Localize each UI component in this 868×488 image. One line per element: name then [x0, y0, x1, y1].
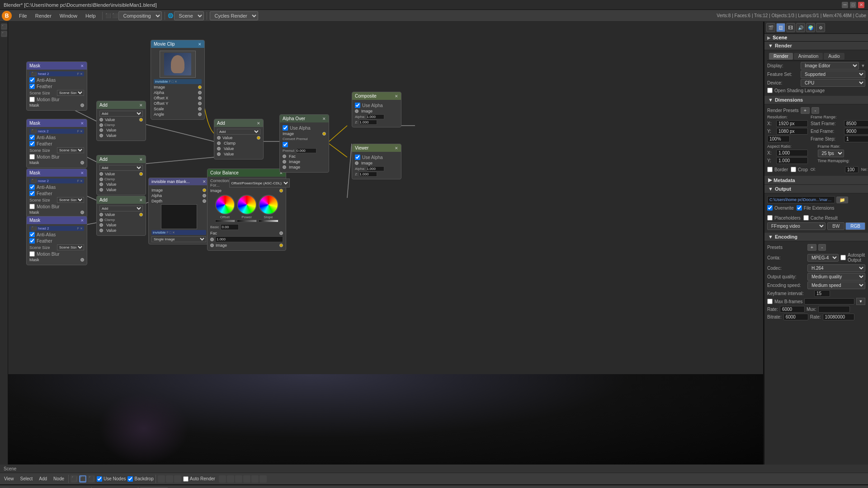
- neck-mask-node[interactable]: Mask ✕ ⬛ neck 2 F ✕ Anti-Alias Feather S…: [26, 119, 87, 168]
- scene-size-select-head1[interactable]: Scene Size: [57, 244, 84, 250]
- anim-icon-btn[interactable]: 🎞: [786, 23, 795, 32]
- output-section-header[interactable]: ▼ Output: [764, 185, 868, 193]
- display-select[interactable]: Image Editor: [801, 62, 859, 70]
- remove-preset-enc-btn[interactable]: -: [818, 244, 826, 251]
- minimize-button[interactable]: ─: [842, 2, 848, 8]
- add-menu[interactable]: Add: [37, 476, 49, 482]
- add-type-select-2[interactable]: Add: [99, 165, 143, 171]
- res-y-input[interactable]: [776, 128, 808, 135]
- tab-render[interactable]: Render: [769, 53, 793, 60]
- basic-value[interactable]: [221, 224, 239, 230]
- particles-icon-btn[interactable]: ⚙: [816, 23, 825, 32]
- add-type-select-1[interactable]: Add: [99, 111, 143, 117]
- res-x-input[interactable]: [776, 120, 808, 127]
- format-select[interactable]: FFmpeg video: [767, 222, 826, 230]
- aspect-y-input[interactable]: [776, 157, 808, 164]
- quality-select[interactable]: Medium quality: [807, 273, 865, 281]
- viewer-node[interactable]: Viewer ✕ Use Alpha Image Alpha: Z:: [352, 144, 401, 179]
- aspect-x-input[interactable]: [776, 150, 808, 156]
- use-nodes-check[interactable]: Use Nodes: [97, 476, 126, 482]
- node-editor[interactable]: Movie Clip ✕ invisible F □ ✕ Image Alpha…: [8, 22, 764, 465]
- node-icon-1[interactable]: ⬛: [71, 475, 78, 483]
- mux-input[interactable]: [818, 306, 850, 313]
- view-icon[interactable]: [174, 475, 181, 483]
- codec-select[interactable]: H.264: [807, 264, 865, 272]
- fps-select[interactable]: 25 fps: [818, 150, 844, 157]
- fit-btn-icon[interactable]: [251, 475, 259, 483]
- scene-size-select-head2[interactable]: Scene Size: [57, 90, 84, 96]
- camera-btn-icon[interactable]: [227, 475, 234, 483]
- grid-icon[interactable]: [166, 475, 173, 483]
- audio-icon-btn[interactable]: 🔊: [796, 23, 805, 32]
- old-input[interactable]: [845, 166, 859, 173]
- tab-audio[interactable]: Audio: [824, 53, 844, 60]
- render-btn-icon[interactable]: [219, 475, 226, 483]
- node-close-icon[interactable]: ✕: [198, 42, 202, 47]
- node-icon-3[interactable]: ⬛: [88, 475, 95, 483]
- backdrop-check[interactable]: Backdrop: [127, 476, 153, 482]
- frame-step-input[interactable]: [844, 136, 868, 142]
- menu-help[interactable]: Help: [82, 12, 99, 19]
- add-preset-btn[interactable]: +: [801, 107, 810, 114]
- container-select[interactable]: MPEG-4: [807, 254, 839, 262]
- dimensions-section-header[interactable]: ▼ Dimensions: [764, 96, 868, 104]
- full-btn-icon[interactable]: [259, 475, 267, 483]
- fac-value[interactable]: [215, 236, 283, 242]
- image-type-select[interactable]: Single Image: [151, 236, 206, 242]
- color-balance-node[interactable]: Color Balance ✕ Correction For... Offset…: [207, 169, 286, 251]
- device-select[interactable]: CPU: [801, 79, 865, 87]
- keyframe-input[interactable]: [814, 290, 830, 297]
- res-pct-input[interactable]: [767, 136, 790, 142]
- close-button[interactable]: ✕: [858, 2, 864, 8]
- bitrate-input[interactable]: [783, 314, 808, 320]
- zoom-btn-icon[interactable]: [235, 475, 242, 483]
- remove-preset-btn[interactable]: -: [811, 107, 819, 114]
- node-icon-2[interactable]: ⬛: [79, 475, 86, 483]
- world-icon-btn[interactable]: 🌍: [806, 23, 815, 32]
- encoding-section-header[interactable]: ▼ Encoding: [764, 233, 868, 241]
- movie-clip-node[interactable]: Movie Clip ✕ invisible F □ ✕ Image Alpha…: [151, 40, 205, 120]
- node-menu[interactable]: Node: [51, 476, 66, 482]
- invisible-man-node[interactable]: invisible man Blank... ✕ Image Alpha Dep…: [148, 178, 209, 244]
- add-node-2[interactable]: Add ✕ Add Value Clamp Value Value: [96, 155, 146, 195]
- end-frame-input[interactable]: [844, 128, 868, 135]
- nose-mask-node[interactable]: Mask ✕ ⬛ nose 2 F ✕ Anti-Alias Feather S…: [26, 169, 87, 218]
- alpha-over-node[interactable]: Alpha Over ✕ Use Alpha Image Convert Pre…: [279, 114, 329, 173]
- scene-selector[interactable]: Scene: [174, 11, 204, 20]
- add-node-1[interactable]: Add ✕ Add Value Clamp Value Value: [96, 101, 146, 141]
- tab-animation[interactable]: Animation: [794, 53, 823, 60]
- correction-select[interactable]: Offset/Power/Slope (ASC-CDL): [229, 178, 290, 188]
- head2-mask-node[interactable]: Mask ✕ ⬛ head 2 F ✕ Anti-Alias Feather S…: [26, 61, 87, 111]
- scene-size-select-neck[interactable]: Scene Size: [57, 147, 84, 153]
- composite-node[interactable]: Composite ✕ Use Alpha Image Alpha: Z:: [352, 92, 401, 127]
- scene-size-select-nose[interactable]: Scene Size: [57, 197, 84, 203]
- bitrate-rate-input[interactable]: [823, 314, 854, 320]
- output-path-input[interactable]: [767, 196, 835, 203]
- render-section-header[interactable]: ▼ Render: [764, 42, 868, 50]
- auto-render-check[interactable]: Auto Render: [183, 476, 215, 482]
- display-arrow[interactable]: ▼: [861, 63, 865, 68]
- add-type-select-mid[interactable]: Add: [217, 129, 260, 135]
- left-icon-2[interactable]: ⬛: [1, 31, 7, 37]
- rgb-btn[interactable]: RGB: [845, 222, 865, 230]
- menu-file[interactable]: File: [15, 12, 31, 19]
- speed-select[interactable]: Medium speed: [807, 282, 865, 289]
- maximize-button[interactable]: □: [850, 2, 856, 8]
- rate-input[interactable]: [780, 306, 805, 313]
- open-shading-row[interactable]: Open Shading Language: [767, 88, 865, 93]
- menu-render[interactable]: Render: [32, 12, 55, 19]
- select-menu[interactable]: Select: [18, 476, 35, 482]
- engine-selector[interactable]: Cycles Render: [210, 11, 258, 20]
- motion-blur-check-head2[interactable]: Motion Blur: [29, 97, 84, 102]
- mask-node-close[interactable]: ✕: [80, 64, 84, 68]
- add-preset-enc-btn[interactable]: +: [807, 244, 816, 251]
- add-middle-node[interactable]: Add ✕ Add Value Clamp Value Value: [214, 119, 264, 160]
- bw-btn[interactable]: BW: [827, 222, 844, 230]
- workspace-selector[interactable]: Compositing: [118, 11, 162, 20]
- feather-check-head2[interactable]: Feather: [29, 84, 84, 89]
- left-icon-1[interactable]: ⬛: [1, 23, 7, 30]
- add-node-3[interactable]: Add ✕ Add Value Clamp Value Value: [96, 196, 146, 236]
- feature-set-select[interactable]: Supported: [801, 70, 865, 78]
- start-frame-input[interactable]: [844, 120, 868, 127]
- menu-window[interactable]: Window: [56, 12, 81, 19]
